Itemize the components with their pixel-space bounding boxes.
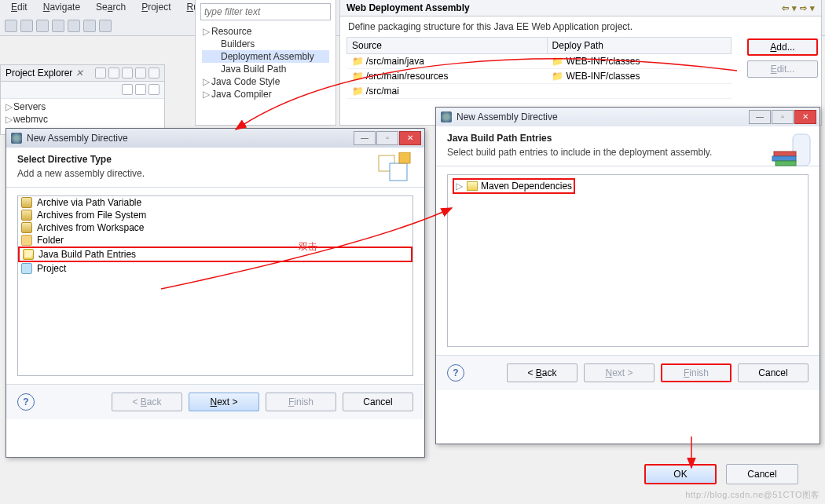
library-icon [23, 249, 34, 260]
menu-navigate[interactable]: Navigate [35, 0, 88, 16]
dialog-heading: Java Build Path Entries [447, 133, 808, 144]
archive-icon [21, 222, 32, 233]
folder-icon [21, 235, 32, 246]
tree-node-resource[interactable]: ▷Resource [202, 25, 329, 38]
filter-input[interactable] [200, 3, 331, 20]
next-button: Next > [584, 363, 654, 382]
toolbar-icon[interactable] [99, 20, 112, 32]
refresh-icon[interactable] [135, 84, 146, 95]
back-button[interactable]: < Back [507, 363, 578, 382]
wizard-banner-icon [769, 130, 812, 167]
close-icon[interactable]: ✕ [399, 131, 421, 145]
tree-item-webmvc[interactable]: ▷webmvc [4, 113, 161, 126]
annotation-dblclick: 双击 [299, 240, 317, 254]
next-button[interactable]: Next > [189, 393, 259, 411]
toolbar-icon[interactable] [5, 20, 17, 32]
list-item[interactable]: Project [18, 262, 412, 275]
col-deploy-path[interactable]: Deploy Path [547, 38, 731, 54]
ok-button[interactable]: OK [644, 464, 717, 484]
list-item[interactable]: Archives from Workspace [18, 221, 412, 234]
watermark: http://blog.csdn.ne@51CTO图客 [685, 489, 820, 501]
properties-ok-cancel-bar: OK Cancel [644, 464, 798, 484]
tree-node-deployment-assembly[interactable]: Deployment Assembly [202, 50, 329, 63]
view-menu-icon[interactable] [122, 68, 133, 79]
cancel-button[interactable]: Cancel [343, 393, 413, 411]
tree-node-maven-deps[interactable]: ▷ Maven Dependencies [453, 178, 575, 194]
close-icon[interactable]: ✕ [794, 110, 816, 124]
svg-rect-2 [399, 152, 410, 163]
wda-description: Define packaging structure for this Java… [340, 16, 821, 37]
table-row[interactable]: 📁 /src/main/java📁 WEB-INF/classes [347, 54, 732, 69]
minimize-icon[interactable] [135, 68, 146, 79]
help-icon[interactable]: ? [447, 364, 464, 382]
list-item[interactable]: Archive via Path Variable [18, 196, 412, 209]
link-editor-icon[interactable] [108, 68, 119, 79]
dialog-heading: Select Directive Type [17, 154, 413, 165]
menu-edit[interactable]: EEditdit [3, 0, 35, 16]
minimize-icon[interactable]: — [354, 131, 376, 145]
dialog-icon [441, 111, 452, 122]
nav-fwd-menu-icon[interactable]: ▾ [810, 3, 815, 13]
maximize-icon[interactable]: ▫ [376, 131, 398, 145]
dialog-build-path-entries: New Assembly Directive — ▫ ✕ Java Build … [435, 107, 820, 444]
edit-button: Edit... [747, 60, 818, 78]
properties-tree: ▷Resource Builders Deployment Assembly J… [195, 0, 336, 126]
title-bar[interactable]: New Assembly Directive — ▫ ✕ [6, 129, 424, 148]
list-item[interactable]: Archives from File System [18, 209, 412, 221]
minimize-icon[interactable]: — [749, 110, 771, 124]
dialog-title: New Assembly Directive [456, 111, 744, 122]
archive-icon [21, 197, 32, 208]
finish-button[interactable]: Finish [661, 363, 732, 382]
add-button[interactable]: AAdd...dd... [747, 38, 818, 56]
collapse-all-icon[interactable] [95, 68, 106, 79]
wizard-banner-icon [376, 152, 415, 187]
build-path-tree: ▷ Maven Dependencies [447, 174, 808, 347]
svg-rect-1 [390, 163, 407, 181]
title-bar[interactable]: New Assembly Directive — ▫ ✕ [436, 108, 820, 126]
project-explorer-view: Project Explorer ✕ ▷Servers ▷webmvc [0, 64, 165, 135]
close-icon[interactable]: ✕ [75, 68, 83, 79]
nav-back-icon[interactable]: ⇦ [782, 3, 789, 13]
toolbar-icon[interactable] [36, 20, 49, 32]
toolbar-icon[interactable] [68, 20, 80, 32]
wda-table: Source Deploy Path 📁 /src/main/java📁 WEB… [346, 37, 732, 99]
maximize-icon[interactable]: ▫ [772, 110, 794, 124]
dialog-title: New Assembly Directive [27, 133, 349, 144]
back-button: < Back [112, 393, 182, 411]
toolbar-icon[interactable] [20, 20, 33, 32]
expand-icon[interactable]: ▷ [456, 181, 464, 192]
tree-node-java-compiler[interactable]: ▷Java Compiler [202, 88, 329, 100]
list-item[interactable]: Folder [18, 234, 412, 247]
tree-item-servers[interactable]: ▷Servers [4, 100, 161, 113]
project-icon [21, 263, 32, 274]
finish-button: Finish [266, 393, 336, 411]
tree-node-java-build-path[interactable]: Java Build Path [202, 63, 329, 75]
tree-node-builders[interactable]: Builders [202, 38, 329, 50]
nav-back-menu-icon[interactable]: ▾ [792, 3, 797, 13]
cancel-button[interactable]: Cancel [726, 464, 798, 484]
maximize-icon[interactable] [148, 68, 160, 79]
dialog-select-directive: New Assembly Directive — ▫ ✕ Select Dire… [6, 128, 425, 458]
archive-icon [21, 210, 32, 221]
dialog-subheading: Add a new assembly directive. [17, 168, 413, 179]
project-explorer-title: Project Explorer [6, 68, 72, 79]
table-row[interactable]: 📁 /src/main/resources📁 WEB-INF/classes [347, 69, 732, 84]
svg-rect-4 [774, 152, 796, 156]
svg-rect-6 [776, 161, 796, 166]
directive-type-list: Archive via Path Variable Archives from … [17, 195, 413, 376]
dialog-subheading: Select build path entries to include in … [447, 147, 808, 158]
toolbar-icon[interactable] [52, 20, 64, 32]
table-row[interactable]: 📁 /src/mai [347, 84, 732, 99]
filter-icon[interactable] [122, 84, 133, 95]
list-item-java-build-path[interactable]: Java Build Path Entries [18, 247, 412, 262]
menu-project[interactable]: Project [134, 0, 178, 16]
menu-icon[interactable] [148, 84, 160, 95]
col-source[interactable]: Source [347, 38, 548, 54]
nav-fwd-icon[interactable]: ⇨ [800, 3, 807, 13]
toolbar-icon[interactable] [83, 20, 96, 32]
svg-rect-5 [772, 156, 796, 161]
help-icon[interactable]: ? [17, 393, 35, 411]
menu-search[interactable]: Search [88, 0, 134, 16]
tree-node-java-code-style[interactable]: ▷Java Code Style [202, 75, 329, 88]
cancel-button[interactable]: Cancel [738, 363, 808, 382]
